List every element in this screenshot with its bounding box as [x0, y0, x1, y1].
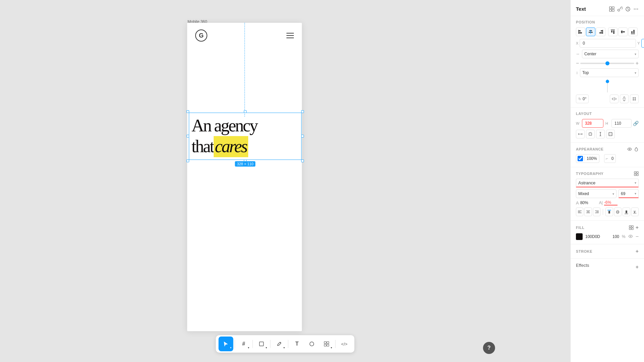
code-button[interactable]: </>	[337, 337, 352, 351]
flip-h-btn[interactable]	[610, 95, 619, 103]
font-style-size-row: Mixed ▾ 69 ▾	[576, 189, 639, 198]
text-element[interactable]: An agency that cares 328 × 110	[190, 114, 300, 159]
fill-add-btn[interactable]: +	[636, 225, 639, 231]
svg-rect-35	[609, 132, 612, 136]
x-label: X	[576, 41, 578, 45]
appearance-drop-btn[interactable]	[634, 147, 639, 152]
select-tool-button[interactable]: ▾	[219, 337, 233, 351]
effects-add-btn[interactable]: +	[636, 264, 639, 270]
fill-visibility-btn[interactable]	[628, 234, 633, 240]
line-height-icon: A	[576, 200, 579, 205]
slider-minus[interactable]: −	[576, 60, 579, 66]
flip-v-btn[interactable]	[620, 95, 629, 103]
ellipse-tool-button[interactable]	[305, 337, 319, 351]
dimension-label: 328 × 110	[235, 161, 255, 167]
constraints-btn[interactable]	[630, 95, 639, 103]
fill-color-swatch[interactable]	[576, 233, 583, 240]
v-align-chevron: ▾	[635, 71, 636, 75]
text-align-left-btn[interactable]	[576, 207, 583, 216]
align-top-btn[interactable]	[608, 27, 618, 36]
align-center-h-btn[interactable]	[586, 27, 595, 36]
svg-rect-22	[599, 32, 603, 34]
typo-separator	[603, 209, 603, 215]
align-left-btn[interactable]	[576, 27, 585, 36]
pen-tool-button[interactable]: ▾	[272, 337, 287, 351]
radius-icon: ⌐	[604, 156, 609, 161]
font-family-dropdown[interactable]: Astrance ▾	[576, 179, 639, 187]
h-align-dropdown[interactable]: Center ▾	[582, 50, 639, 58]
align-right-btn[interactable]	[596, 27, 605, 36]
fill-remove-btn[interactable]: −	[636, 234, 639, 240]
font-family-value: Astrance	[578, 180, 595, 185]
v-align-dropdown[interactable]: Top ▾	[580, 68, 639, 77]
text-valign-mid-btn[interactable]	[614, 207, 622, 216]
text-align-center-btn[interactable]	[584, 207, 592, 216]
hamburger-menu[interactable]	[286, 33, 294, 38]
effects-label: Effects	[576, 263, 589, 268]
more-icon-btn[interactable]	[633, 6, 639, 12]
fill-section: Fill + 100D0D 100 % −	[571, 221, 644, 244]
fill-grid-btn[interactable]	[629, 225, 634, 230]
w-input[interactable]	[582, 119, 603, 128]
fill-header: Fill +	[576, 225, 639, 231]
text-valign-top-btn[interactable]	[605, 207, 613, 216]
slider-plus[interactable]: +	[636, 60, 639, 66]
svg-point-60	[630, 236, 631, 237]
opacity-group[interactable]: 100%	[576, 154, 599, 163]
typography-grid-btn[interactable]	[634, 171, 639, 176]
slider-row: − +	[576, 60, 639, 66]
letter-spacing-group: A| -6%	[599, 200, 618, 205]
slider-track[interactable]	[580, 63, 634, 64]
opacity-checkbox[interactable]	[578, 156, 583, 161]
slider-thumb	[605, 61, 609, 65]
toolbar-separator-1	[235, 340, 235, 348]
aspect-ratio-lock[interactable]: 🔗	[633, 121, 639, 126]
history-icon-btn[interactable]	[625, 6, 631, 12]
grammarly-logo: G	[195, 29, 207, 42]
font-style-dropdown[interactable]: Mixed ▾	[576, 189, 616, 198]
svg-rect-57	[632, 226, 633, 227]
text-line2: that cares	[192, 136, 299, 157]
layout-label: Layout	[576, 112, 639, 116]
help-button[interactable]: ?	[483, 342, 495, 354]
font-size-chevron: ▾	[635, 192, 636, 195]
coord-x-row: X Y T	[576, 39, 639, 48]
x-input[interactable]	[580, 39, 636, 48]
font-size-dropdown[interactable]: 69 ▾	[619, 189, 639, 198]
rotation-value: 0°	[583, 97, 586, 101]
line-height-value: 80%	[580, 200, 594, 205]
radius-group[interactable]: ⌐ 0	[604, 154, 616, 163]
h-align-chevron: ▾	[635, 52, 636, 56]
align-bottom-btn[interactable]	[628, 27, 638, 36]
y-input[interactable]	[641, 39, 644, 48]
layout-clip-btn[interactable]	[606, 130, 615, 138]
center-guide-line	[245, 23, 245, 117]
appearance-eye-btn[interactable]	[627, 147, 632, 152]
text-align-right-btn[interactable]	[593, 207, 600, 216]
layout-expand-w-btn[interactable]	[576, 130, 585, 138]
layout-expand-h-btn[interactable]	[596, 130, 605, 138]
rect-tool-button[interactable]: ▾	[254, 337, 269, 351]
text-that: that	[192, 136, 214, 157]
align-middle-v-btn[interactable]	[618, 27, 628, 36]
font-style-value: Mixed	[578, 191, 589, 196]
letter-spacing-icon: A|	[599, 200, 603, 205]
font-style-chevron: ▾	[612, 192, 614, 196]
layout-center-btn[interactable]	[586, 130, 595, 138]
svg-point-36	[629, 149, 630, 150]
h-input[interactable]	[611, 119, 632, 128]
w-label: W	[576, 121, 581, 125]
typography-header: Typography	[576, 171, 639, 176]
text-cares: cares	[214, 136, 248, 157]
canvas-area: Mobile 360 G	[0, 0, 570, 362]
text-valign-bottom-btn[interactable]	[623, 207, 630, 216]
frame-tool-button[interactable]: # ▾	[236, 337, 251, 351]
link-icon-btn[interactable]	[617, 6, 623, 12]
text-baseline-btn[interactable]	[631, 207, 639, 216]
typography-section: Typography Astrance ▾ Mixed ▾ 69	[571, 167, 644, 221]
grid-icon-btn[interactable]	[609, 6, 614, 12]
text-tool-button[interactable]: T	[290, 337, 305, 351]
rotation-input[interactable]: ↻ 0°	[576, 95, 589, 103]
components-button[interactable]: ▾	[319, 337, 334, 351]
stroke-add-btn[interactable]: +	[636, 248, 639, 254]
